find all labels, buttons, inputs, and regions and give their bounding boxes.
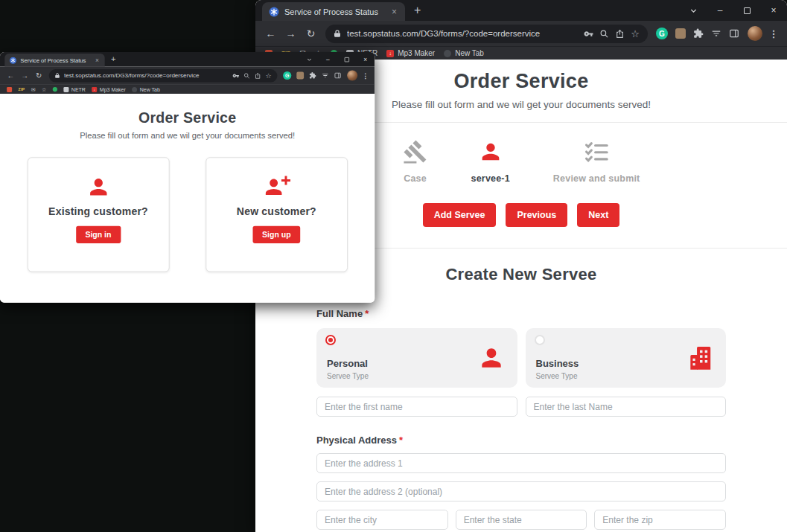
- name-fields-row: [316, 397, 726, 417]
- browser-window-small: Service of Process Status × + – × ← → ↻ …: [0, 52, 375, 303]
- password-key-icon[interactable]: [232, 72, 239, 79]
- reload-button[interactable]: ↻: [302, 28, 320, 39]
- sign-in-button[interactable]: Sign in: [76, 226, 121, 243]
- profile-avatar[interactable]: [748, 26, 762, 41]
- profile-avatar[interactable]: [347, 71, 357, 81]
- maximize-button[interactable]: [337, 52, 356, 67]
- customer-cards: Existing customer? Sign in New customer?…: [0, 157, 375, 272]
- forward-button[interactable]: →: [19, 71, 32, 80]
- netr-favicon-icon: [63, 87, 68, 92]
- bookmark-new-tab[interactable]: New Tab: [132, 86, 160, 92]
- extension-icon[interactable]: [296, 72, 304, 80]
- next-button[interactable]: Next: [577, 203, 619, 227]
- zoom-icon[interactable]: [599, 29, 609, 39]
- bookmark-mp3-maker[interactable]: ↓ Mp3 Maker: [386, 49, 435, 57]
- gavel-icon: [403, 139, 428, 164]
- previous-button[interactable]: Previous: [506, 203, 567, 227]
- forward-button[interactable]: →: [281, 28, 300, 39]
- filter-extension-icon[interactable]: [708, 28, 724, 39]
- extensions-puzzle-icon[interactable]: [307, 72, 318, 80]
- side-panel-icon[interactable]: [332, 72, 343, 80]
- bookmark-netr[interactable]: NETR: [63, 86, 86, 92]
- side-panel-icon[interactable]: [726, 28, 742, 39]
- physical-address-label-text: Physical Address: [316, 435, 397, 446]
- bookmark-green-icon[interactable]: [53, 87, 57, 92]
- mp3-download-icon: ↓: [386, 50, 394, 57]
- last-name-input[interactable]: [526, 397, 727, 417]
- browser-tab[interactable]: Service of Process Status ×: [4, 54, 104, 67]
- tab-close-icon[interactable]: ×: [95, 57, 101, 64]
- browser-menu-icon[interactable]: ⋮: [768, 28, 780, 39]
- browser-tab[interactable]: Service of Process Status ×: [262, 2, 405, 21]
- share-icon[interactable]: [255, 72, 261, 79]
- step-case[interactable]: Case: [403, 139, 428, 184]
- tab-search-chevron-icon[interactable]: [300, 52, 319, 67]
- business-card-name: Business: [536, 358, 579, 369]
- bookmark-mail-icon[interactable]: ✉: [31, 87, 36, 92]
- grammarly-extension-icon[interactable]: G: [656, 28, 668, 39]
- business-radio[interactable]: [535, 335, 545, 345]
- personal-card-name: Personal: [327, 358, 368, 369]
- sign-up-button[interactable]: Sign up: [253, 226, 301, 243]
- extensions-puzzle-icon[interactable]: [690, 28, 707, 39]
- maximize-icon: [744, 7, 751, 14]
- browser-toolbar: ← → ↻ test.sopstatus.com/DG3/forms/?code…: [0, 67, 375, 85]
- close-button[interactable]: ×: [760, 0, 787, 21]
- bookmark-zip-icon[interactable]: ZIP: [19, 87, 25, 91]
- bookmark-new-tab[interactable]: New Tab: [444, 49, 484, 57]
- address-bar[interactable]: test.sopstatus.com/DG3/forms/?code=order…: [325, 25, 648, 43]
- address1-input[interactable]: [316, 453, 726, 473]
- minimize-button[interactable]: –: [319, 52, 337, 67]
- maximize-button[interactable]: [733, 0, 760, 21]
- personal-radio[interactable]: [325, 335, 336, 345]
- step-servee-1[interactable]: servee-1: [471, 139, 510, 184]
- bookmark-star-favicon[interactable]: ☆: [42, 87, 46, 92]
- address2-input[interactable]: [316, 481, 726, 501]
- city-input[interactable]: [316, 510, 448, 530]
- first-name-input[interactable]: [316, 397, 517, 417]
- physical-address-label: Physical Address*: [316, 435, 726, 446]
- person-icon: [478, 139, 503, 164]
- bookmark-newtab-label: New Tab: [455, 49, 484, 57]
- url-text[interactable]: test.sopstatus.com/DG3/forms/?code=order…: [64, 72, 229, 78]
- bookmark-red-icon[interactable]: [7, 87, 12, 92]
- back-button[interactable]: ←: [4, 71, 18, 80]
- grammarly-extension-icon[interactable]: G: [283, 71, 291, 80]
- mp3-download-icon: ↓: [92, 87, 97, 92]
- extension-icon[interactable]: [675, 28, 686, 39]
- zip-input[interactable]: [594, 510, 726, 530]
- tab-search-chevron-icon[interactable]: [680, 0, 707, 21]
- site-favicon-icon: [269, 7, 279, 17]
- new-tab-button[interactable]: +: [105, 55, 122, 65]
- page-title: Order Service: [0, 109, 375, 126]
- step-review-label: Review and submit: [553, 173, 640, 184]
- browser-toolbar: ← → ↻ test.sopstatus.com/DG3/forms/?code…: [255, 21, 787, 46]
- minimize-button[interactable]: –: [707, 0, 733, 21]
- reload-button[interactable]: ↻: [32, 71, 45, 80]
- bookmark-star-icon[interactable]: ☆: [266, 72, 272, 79]
- tab-title: Service of Process Status: [20, 57, 90, 63]
- share-icon[interactable]: [615, 29, 625, 39]
- zoom-icon[interactable]: [243, 72, 250, 79]
- new-tab-button[interactable]: +: [405, 4, 430, 17]
- servee-type-personal-card[interactable]: Personal Servee Type: [316, 328, 517, 388]
- back-button[interactable]: ←: [261, 28, 280, 39]
- password-key-icon[interactable]: [584, 29, 593, 39]
- full-name-label: Full Name*: [316, 308, 726, 319]
- bookmark-star-icon[interactable]: ☆: [631, 29, 640, 39]
- new-customer-card: New customer? Sign up: [205, 157, 347, 272]
- bookmark-mp3-maker[interactable]: ↓ Mp3 Maker: [92, 86, 126, 92]
- business-card-sub: Servee Type: [536, 372, 578, 380]
- add-servee-button[interactable]: Add Servee: [423, 203, 497, 227]
- tab-close-icon[interactable]: ×: [390, 7, 398, 17]
- tab-strip: Service of Process Status × + – ×: [0, 52, 375, 67]
- person-icon: [477, 344, 506, 372]
- servee-type-business-card[interactable]: Business Servee Type: [526, 328, 727, 388]
- step-review-and-submit[interactable]: Review and submit: [553, 139, 640, 184]
- state-input[interactable]: [456, 510, 587, 530]
- url-text[interactable]: test.sopstatus.com/DG3/forms/?code=order…: [347, 29, 578, 38]
- filter-extension-icon[interactable]: [319, 72, 331, 80]
- close-button[interactable]: ×: [356, 52, 375, 67]
- browser-menu-icon[interactable]: ⋮: [361, 71, 369, 80]
- address-bar[interactable]: test.sopstatus.com/DG3/forms/?code=order…: [49, 69, 278, 83]
